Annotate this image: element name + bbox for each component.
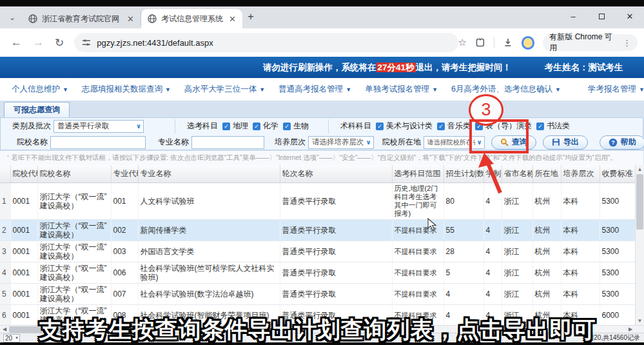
scroll-down-icon[interactable]: ▼ <box>636 318 644 324</box>
site-info-icon[interactable] <box>82 38 91 47</box>
column-header[interactable]: 培养层次 <box>561 165 600 183</box>
nav-item[interactable]: 6月高考外语、选考信息确认▼ <box>451 84 561 95</box>
college-name-input[interactable] <box>50 136 146 149</box>
elective-subject-group: ✓地理✓化学✓生物 <box>218 121 309 132</box>
extensions-icon[interactable] <box>475 37 485 48</box>
column-header[interactable]: 专业代码 <box>111 165 138 183</box>
nav-item[interactable]: 志愿填报相关数据查询▼ <box>82 84 171 95</box>
maximize-button[interactable] <box>587 12 616 21</box>
table-cell: 4 <box>0 262 10 284</box>
column-header[interactable]: 省市名称 <box>502 165 532 183</box>
tab-search-button[interactable]: ⌄ <box>4 9 21 26</box>
column-header[interactable]: 院校代码 <box>10 165 37 183</box>
table-cell: 0001 <box>10 241 37 262</box>
close-window-button[interactable]: ✕ <box>616 12 644 21</box>
table-cell: 3 <box>0 241 10 262</box>
nav-item[interactable]: 高水平大学三位一体▼ <box>184 84 265 95</box>
back-icon[interactable]: ← <box>11 36 22 49</box>
download-icon[interactable] <box>503 37 513 48</box>
table-cell: 人文科学试验班 <box>138 183 280 220</box>
table-cell: 001 <box>111 183 138 220</box>
table-row[interactable]: 30001浙江大学（“双一流”建设高校）003外国语言文学类普通类平行录取不提科… <box>0 241 635 262</box>
forward-icon[interactable]: → <box>33 36 44 49</box>
table-cell: 普通类平行录取 <box>280 284 392 305</box>
tab-volunteer-query[interactable]: 可报志愿查询 <box>4 102 70 117</box>
checkbox-option[interactable]: ✓书法类 <box>536 121 570 132</box>
checkbox-checked-icon[interactable]: ✓ <box>376 123 384 130</box>
table-cell: 杭州 <box>532 284 561 305</box>
column-header[interactable]: 选考科目范围 <box>392 165 444 183</box>
checkbox-label: 生物 <box>293 121 309 132</box>
chrome-update-button[interactable]: 有新版 Chrome 可用⋮ <box>543 34 638 51</box>
checkbox-checked-icon[interactable]: ✓ <box>283 123 291 130</box>
checkbox-checked-icon[interactable]: ✓ <box>222 123 230 130</box>
table-cell: 4 <box>483 262 502 284</box>
location-label: 院校所在地 <box>382 137 421 148</box>
column-header[interactable]: 专业名称 <box>138 165 280 183</box>
kebab-menu-icon[interactable]: ⋮ <box>623 38 631 48</box>
browser-tab-inactive[interactable]: 浙江省教育考试院官网 考生办 ✕ <box>22 12 141 26</box>
nav-item[interactable]: 学考报名管理▼ <box>588 84 644 95</box>
checkbox-option[interactable]: ✓生物 <box>283 121 309 132</box>
checkbox-option[interactable]: ✓音乐类 <box>437 121 471 132</box>
table-row[interactable]: 20001浙江大学（“双一流”建设高校）002新闻传播学类普通类平行录取不提科目… <box>0 220 635 241</box>
globe-favicon-icon <box>28 14 37 23</box>
table-cell: 浙江大学（“双一流”建设高校） <box>37 183 111 220</box>
minimize-button[interactable]: – <box>559 12 587 21</box>
category-select[interactable]: 普通类平行录取 ∨ <box>54 120 144 133</box>
checkbox-checked-icon[interactable]: ✓ <box>437 123 445 130</box>
toolbar-divider <box>494 37 494 48</box>
address-bar[interactable]: pgzy.zjzs.net:4431/default.aspx <box>74 33 458 52</box>
plan-table-wrap: 院校代码院校名称专业代码专业名称轮次名称选考科目范围招生计划数学制省市名称所在地… <box>0 165 635 325</box>
column-header[interactable]: 院校名称 <box>37 165 111 183</box>
nav-item[interactable]: 普通高考报名管理▼ <box>278 84 351 95</box>
nav-item-label: 单独考试报名管理 <box>365 84 429 95</box>
tab-close-icon[interactable]: ✕ <box>228 14 237 24</box>
scroll-up-icon[interactable]: ▲ <box>636 166 644 172</box>
checkbox-option[interactable]: ✓化学 <box>253 121 278 132</box>
table-row[interactable]: 50001浙江大学（“双一流”建设高校）007社会科学试验班(数字法治卓越班)普… <box>0 284 635 305</box>
new-tab-button[interactable]: + <box>248 10 254 23</box>
help-button[interactable]: ? 帮助 <box>600 135 644 150</box>
elective-subjects-label: 选考科目 <box>187 121 218 132</box>
bookmark-star-icon[interactable]: ☆ <box>458 37 467 48</box>
nav-item[interactable]: 单独考试报名管理▼ <box>365 84 438 95</box>
toolbar-right: ☆ 有新版 Chrome 可用⋮ <box>458 34 644 51</box>
table-cell: 浙江 <box>502 183 532 220</box>
table-row[interactable]: 40001浙江大学（“双一流”建设高校）006社会科学试验班(竺可桢学院人文社科… <box>0 262 635 284</box>
screen: ⌄ 浙江省教育考试院官网 考生办 ✕ 考试信息管理系统 ✕ + – ✕ ← → … <box>0 0 644 345</box>
checkbox-checked-icon[interactable]: ✓ <box>253 123 260 130</box>
export-button[interactable]: 导出 <box>543 135 588 150</box>
profile-avatar[interactable] <box>522 36 535 50</box>
table-cell: 5300 <box>600 183 635 220</box>
table-row[interactable]: 10001浙江大学（“双一流”建设高校）001人文科学试验班普通类平行录取历史,… <box>0 183 635 220</box>
column-header[interactable] <box>0 165 10 183</box>
vertical-scroll-thumb[interactable] <box>636 174 643 230</box>
level-select[interactable]: 请选择培养层次 ∨ <box>308 136 374 149</box>
major-name-input[interactable] <box>191 136 264 149</box>
table-cell: 浙江 <box>502 262 532 284</box>
tab-title: 浙江省教育考试院官网 考生办 <box>42 14 121 25</box>
url-text[interactable]: pgzy.zjzs.net:4431/default.aspx <box>97 38 213 48</box>
nav-menu: 个人信息维护▼志愿填报相关数据查询▼高水平大学三位一体▼普通高考报名管理▼单独考… <box>0 78 644 101</box>
column-header[interactable]: 所在地 <box>532 165 561 183</box>
reload-icon[interactable]: ↻ <box>55 36 64 50</box>
vertical-scrollbar[interactable]: ▲ ▼ <box>635 165 644 325</box>
browser-tab-active[interactable]: 考试信息管理系统 ✕ <box>141 9 242 28</box>
nav-item[interactable]: 个人信息维护▼ <box>12 84 68 95</box>
video-subtitle: 支持考生按查询条件导出计划查询列表，点击导出即可 <box>0 315 635 345</box>
column-header[interactable]: 轮次名称 <box>280 165 392 183</box>
table-cell: 0001 <box>10 262 37 284</box>
table-cell: 本科 <box>561 241 600 262</box>
browser-toolbar: ← → ↻ pgzy.zjzs.net:4431/default.aspx ☆ … <box>0 28 644 57</box>
table-cell: 4 <box>483 241 502 262</box>
checkbox-checked-icon[interactable]: ✓ <box>536 123 544 130</box>
table-cell: 社会科学试验班(竺可桢学院人文社科实验班) <box>138 262 280 284</box>
help-button-label: 帮助 <box>621 137 636 148</box>
checkbox-option[interactable]: ✓美术与设计类 <box>376 121 433 132</box>
tab-close-icon[interactable]: ✕ <box>126 14 135 24</box>
column-header[interactable]: 收费标准 <box>600 165 635 183</box>
student-name: 考生姓名：测试考生 <box>545 62 623 74</box>
table-cell: 本科 <box>561 262 600 284</box>
checkbox-option[interactable]: ✓地理 <box>222 121 248 132</box>
